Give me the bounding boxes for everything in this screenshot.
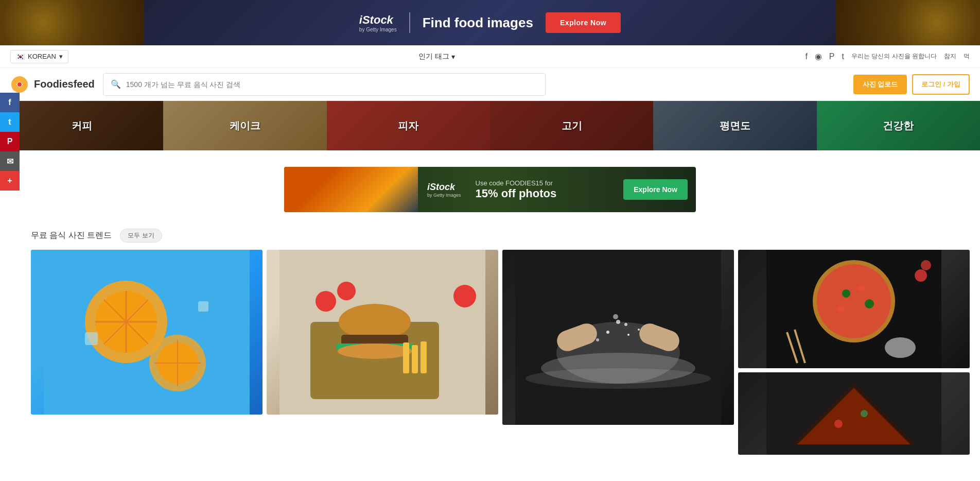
login-button[interactable]: 로그인 / 가입: [912, 74, 970, 95]
rss-link[interactable]: 먹: [964, 52, 970, 61]
svg-point-34: [596, 338, 599, 341]
category-tile-noodle[interactable]: 평면도: [653, 101, 816, 150]
chevron-down-icon: ▾: [59, 53, 63, 60]
category-row: 커피 케이크 피자 고기 평면도 건강한: [0, 101, 980, 150]
svg-point-17: [339, 304, 411, 340]
category-tile-healthy[interactable]: 건강한: [817, 101, 980, 150]
banner-divider: [409, 12, 410, 33]
twitter-sidebar-btn[interactable]: t: [0, 112, 20, 132]
svg-point-24: [316, 291, 336, 312]
photo-col-2: [267, 250, 498, 455]
pinterest-nav-icon[interactable]: P: [829, 52, 835, 61]
photo-card-flour[interactable]: [502, 250, 734, 425]
photo-card-burger[interactable]: [267, 250, 498, 415]
svg-point-1: [18, 82, 22, 87]
more-sidebar-btn[interactable]: +: [0, 171, 20, 191]
category-label-meat: 고기: [490, 101, 653, 150]
banner-explore-button[interactable]: Explore Now: [546, 12, 621, 33]
mid-banner-getty-text: by Getty Images: [427, 193, 461, 198]
banner-istock-text: iStock: [359, 13, 393, 27]
svg-point-36: [613, 314, 618, 319]
category-tile-coffee[interactable]: 커피: [0, 101, 163, 150]
language-selector[interactable]: 🇰🇷 KOREAN ▾: [10, 50, 68, 63]
trends-title: 무료 음식 사진 트렌드: [31, 230, 112, 241]
svg-point-44: [858, 285, 865, 292]
popular-tags-label: 인기 태그: [418, 52, 449, 61]
nav-bar: 🇰🇷 KOREAN ▾ 인기 태그 ▾ f ◉ P t 우리는 당신의 사진을 …: [0, 45, 980, 68]
photo-col-4: [738, 250, 970, 455]
svg-point-42: [817, 264, 891, 338]
category-label-cake: 케이크: [163, 101, 326, 150]
photo-grid: [31, 250, 970, 455]
svg-point-55: [834, 420, 843, 428]
header-right: 사진 업로드 로그인 / 가입: [853, 74, 970, 95]
pinterest-sidebar-btn[interactable]: P: [0, 132, 20, 151]
flag-icon: 🇰🇷: [16, 53, 25, 61]
facebook-sidebar-btn[interactable]: f: [0, 93, 20, 112]
category-label-pizza: 피자: [327, 101, 490, 150]
facebook-nav-icon[interactable]: f: [805, 52, 807, 61]
svg-rect-23: [421, 341, 427, 373]
category-label-noodle: 평면도: [653, 101, 816, 150]
svg-point-32: [616, 320, 620, 324]
svg-point-26: [453, 285, 476, 307]
svg-point-35: [638, 329, 640, 331]
email-sidebar-btn[interactable]: ✉: [0, 151, 20, 171]
search-bar: 🔍: [103, 73, 546, 96]
svg-rect-22: [412, 345, 418, 373]
svg-point-43: [842, 289, 850, 298]
popular-tags-nav[interactable]: 인기 태그 ▾: [418, 52, 455, 61]
svg-point-47: [885, 337, 916, 358]
top-banner: iStock by Getty Images Find food images …: [0, 0, 980, 45]
mid-banner: iStock by Getty Images Use code FOODIES1…: [284, 167, 696, 212]
svg-rect-14: [198, 301, 208, 312]
svg-point-50: [915, 269, 927, 282]
trends-header: 무료 음식 사진 트렌드 모두 보기: [31, 229, 970, 243]
mid-banner-promo-code: Use code FOODIES15 for: [476, 179, 619, 187]
upload-button[interactable]: 사진 업로드: [853, 75, 907, 94]
category-tile-meat[interactable]: 고기: [490, 101, 653, 150]
social-sidebar: f t P ✉ +: [0, 93, 20, 191]
category-label-healthy: 건강한: [817, 101, 980, 150]
flour-illustration: [502, 250, 734, 425]
nav-right-area: f ◉ P t 우리는 당신의 사진을 원합니다 참지 먹: [805, 51, 970, 61]
banner-getty-text: by Getty Images: [359, 27, 397, 32]
banner-cookies-right: [836, 0, 980, 45]
svg-rect-21: [403, 342, 409, 373]
category-tile-pizza[interactable]: 피자: [327, 101, 490, 150]
photo-card-oranges[interactable]: [31, 250, 262, 415]
search-input[interactable]: [126, 80, 538, 89]
mid-banner-logo: iStock by Getty Images: [418, 182, 470, 198]
language-label: KOREAN: [28, 53, 56, 60]
oranges-illustration: [31, 250, 262, 415]
twitter-nav-icon[interactable]: t: [842, 52, 844, 61]
join-link[interactable]: 참지: [944, 52, 956, 61]
popular-tags-chevron: ▾: [451, 53, 455, 61]
svg-point-25: [337, 282, 356, 300]
mid-banner-istock-text: iStock: [427, 182, 461, 193]
svg-point-56: [861, 410, 868, 417]
svg-point-31: [606, 331, 609, 334]
banner-headline: Find food images: [423, 15, 533, 31]
photo-card-pizza-overhead[interactable]: [738, 250, 970, 368]
site-header: Foodiesfeed 🔍 사진 업로드 로그인 / 가입: [0, 68, 980, 101]
trends-section: 무료 음식 사진 트렌드 모두 보기: [0, 229, 980, 465]
pizza2-illustration: [738, 372, 970, 455]
svg-point-33: [627, 334, 629, 336]
svg-point-45: [865, 299, 874, 308]
category-tile-cake[interactable]: 케이크: [163, 101, 326, 150]
svg-point-51: [921, 260, 931, 270]
photo-card-pizza2[interactable]: [738, 372, 970, 455]
share-photos-text: 우리는 당신의 사진을 원합니다: [851, 52, 937, 61]
svg-point-39: [526, 368, 711, 389]
mid-banner-explore-button[interactable]: Explore Now: [623, 179, 688, 200]
logo-area[interactable]: Foodiesfeed: [10, 75, 95, 94]
photo-col-3: [502, 250, 734, 455]
svg-point-46: [837, 305, 845, 313]
svg-point-37: [624, 323, 627, 326]
svg-rect-13: [85, 332, 98, 345]
mid-banner-image: [284, 167, 418, 212]
mid-banner-offer: 15% off photos: [476, 187, 619, 200]
show-all-button[interactable]: 모두 보기: [120, 229, 162, 243]
instagram-nav-icon[interactable]: ◉: [815, 51, 822, 61]
